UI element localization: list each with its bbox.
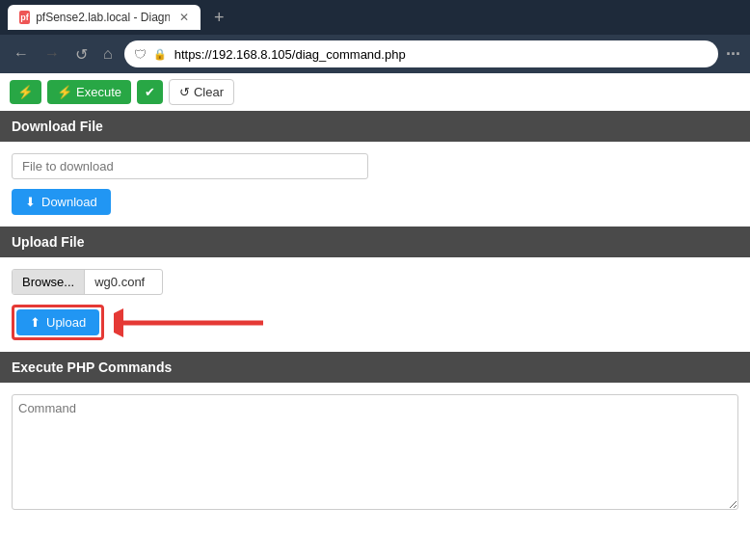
arrow-container <box>114 306 268 340</box>
forward-button[interactable]: → <box>40 45 64 63</box>
clear-icon: ↺ <box>179 85 190 99</box>
upload-button-highlight: ⬆ Upload <box>12 305 104 340</box>
upload-header-label: Upload File <box>12 234 84 250</box>
browser-addressbar: ← → ↺ ⌂ 🛡 🔒 ··· <box>0 35 750 73</box>
tab-title: pfSense2.lab.local - Diagnostic... <box>36 11 170 24</box>
upload-button[interactable]: ⬆ Upload <box>16 309 99 335</box>
tab-close-button[interactable]: ✕ <box>179 11 189 24</box>
toolbar-strip: ⚡ ⚡ Execute ✔ ↺ Clear <box>0 73 750 111</box>
selected-file-name: wg0.conf <box>85 270 162 294</box>
upload-icon: ⬆ <box>30 315 40 330</box>
shield-icon: 🛡 <box>134 47 147 62</box>
download-section-body: ⬇ Download <box>0 142 750 227</box>
lightning-icon: ⚡ <box>17 85 34 99</box>
tab-favicon: pf <box>19 11 30 24</box>
red-arrow-icon <box>114 306 268 340</box>
execute-green-button[interactable]: ✔ <box>137 80 163 104</box>
check-icon: ✔ <box>145 85 155 99</box>
page-content: ⚡ ⚡ Execute ✔ ↺ Clear Download File ⬇ Do… <box>0 73 750 524</box>
back-button[interactable]: ← <box>10 45 33 63</box>
upload-section-body: Browse... wg0.conf ⬆ Upload <box>0 257 750 352</box>
browse-button[interactable]: Browse... <box>13 270 85 294</box>
address-input[interactable] <box>124 40 718 67</box>
upload-label: Upload <box>46 315 86 330</box>
download-icon: ⬇ <box>25 195 36 209</box>
download-section-header: Download File <box>0 111 750 142</box>
download-label: Download <box>41 195 97 209</box>
execute-icon: ⚡ <box>57 85 72 99</box>
php-section-header: Execute PHP Commands <box>0 352 750 383</box>
home-button[interactable]: ⌂ <box>99 45 117 63</box>
new-tab-button[interactable]: + <box>208 8 230 28</box>
lock-icon: 🔒 <box>153 48 167 61</box>
download-button[interactable]: ⬇ Download <box>12 189 111 215</box>
command-textarea[interactable] <box>12 394 738 510</box>
execute-button[interactable]: ⚡ Execute <box>47 80 131 104</box>
clear-button[interactable]: ↺ Clear <box>169 79 234 105</box>
download-header-label: Download File <box>12 119 103 134</box>
file-to-download-input[interactable] <box>12 153 368 179</box>
refresh-icon: ↺ <box>75 46 88 63</box>
upload-file-row: Browse... wg0.conf <box>12 269 738 295</box>
execute-icon-button[interactable]: ⚡ <box>10 80 41 104</box>
php-header-label: Execute PHP Commands <box>12 360 172 375</box>
upload-section-header: Upload File <box>0 227 750 257</box>
php-section-body <box>0 383 750 524</box>
browser-titlebar: pf pfSense2.lab.local - Diagnostic... ✕ … <box>0 0 750 35</box>
clear-label: Clear <box>194 85 224 99</box>
browser-tab[interactable]: pf pfSense2.lab.local - Diagnostic... ✕ <box>8 5 201 30</box>
refresh-button[interactable]: ↺ <box>71 45 92 64</box>
more-options-button[interactable]: ··· <box>726 44 740 65</box>
execute-label: Execute <box>76 85 121 99</box>
home-icon: ⌂ <box>103 45 113 62</box>
file-input-wrapper: Browse... wg0.conf <box>12 269 163 295</box>
upload-action-row: ⬆ Upload <box>12 305 738 340</box>
address-bar-wrap: 🛡 🔒 <box>124 40 718 67</box>
